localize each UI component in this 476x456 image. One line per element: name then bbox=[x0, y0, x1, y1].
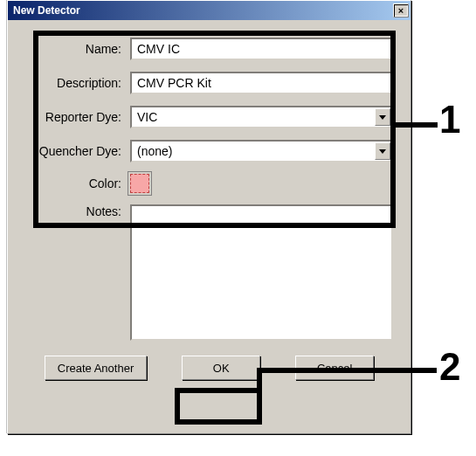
chevron-down-icon bbox=[375, 142, 390, 160]
button-row: Create Another OK Cancel bbox=[25, 356, 393, 380]
callout-2-number: 2 bbox=[439, 345, 460, 389]
create-another-button[interactable]: Create Another bbox=[45, 356, 147, 380]
new-detector-dialog: New Detector × Name: Description: Report… bbox=[7, 0, 411, 434]
description-label: Description: bbox=[25, 76, 130, 90]
quencher-dye-value: (none) bbox=[132, 144, 375, 158]
name-input[interactable] bbox=[130, 38, 393, 60]
close-icon: × bbox=[398, 6, 404, 16]
cancel-button[interactable]: Cancel bbox=[295, 356, 374, 380]
reporter-dye-value: VIC bbox=[132, 110, 375, 124]
reporter-dye-select[interactable]: VIC bbox=[130, 106, 393, 128]
quencher-dye-select[interactable]: (none) bbox=[130, 140, 393, 162]
ok-button[interactable]: OK bbox=[182, 356, 260, 380]
description-input[interactable] bbox=[130, 72, 393, 94]
name-label: Name: bbox=[25, 42, 130, 56]
color-swatch[interactable] bbox=[130, 174, 149, 193]
color-label: Color: bbox=[25, 176, 130, 190]
svg-marker-0 bbox=[379, 115, 386, 120]
notes-label: Notes: bbox=[25, 204, 130, 218]
notes-input[interactable] bbox=[130, 204, 393, 341]
reporter-dye-label: Reporter Dye: bbox=[25, 110, 130, 124]
titlebar[interactable]: New Detector × bbox=[8, 1, 410, 20]
window-title: New Detector bbox=[13, 4, 80, 17]
quencher-dye-label: Quencher Dye: bbox=[25, 144, 130, 158]
callout-1-number: 1 bbox=[439, 98, 460, 142]
close-button[interactable]: × bbox=[393, 3, 409, 17]
chevron-down-icon bbox=[375, 108, 390, 126]
svg-marker-1 bbox=[379, 149, 386, 154]
form-body: Name: Description: Reporter Dye: VIC bbox=[8, 20, 410, 392]
